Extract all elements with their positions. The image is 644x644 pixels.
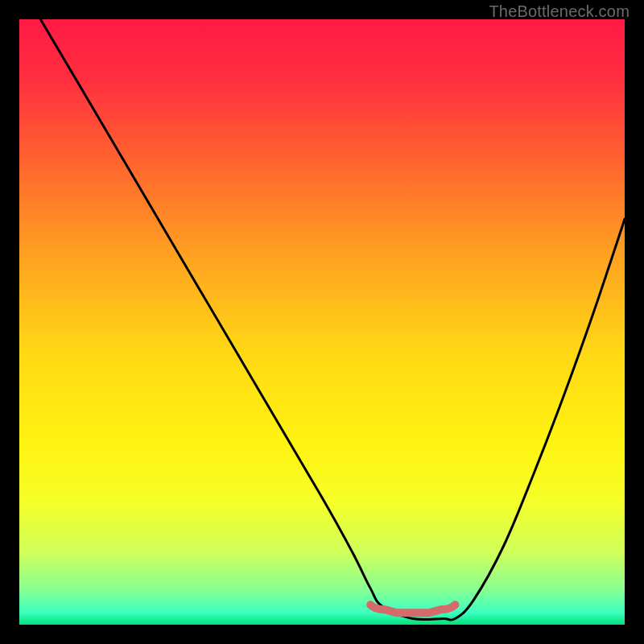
- plot-area: [19, 19, 625, 625]
- gradient-background: [19, 19, 625, 625]
- chart-frame: TheBottleneck.com: [0, 0, 644, 644]
- watermark-text: TheBottleneck.com: [489, 2, 630, 21]
- chart-svg: [19, 19, 625, 625]
